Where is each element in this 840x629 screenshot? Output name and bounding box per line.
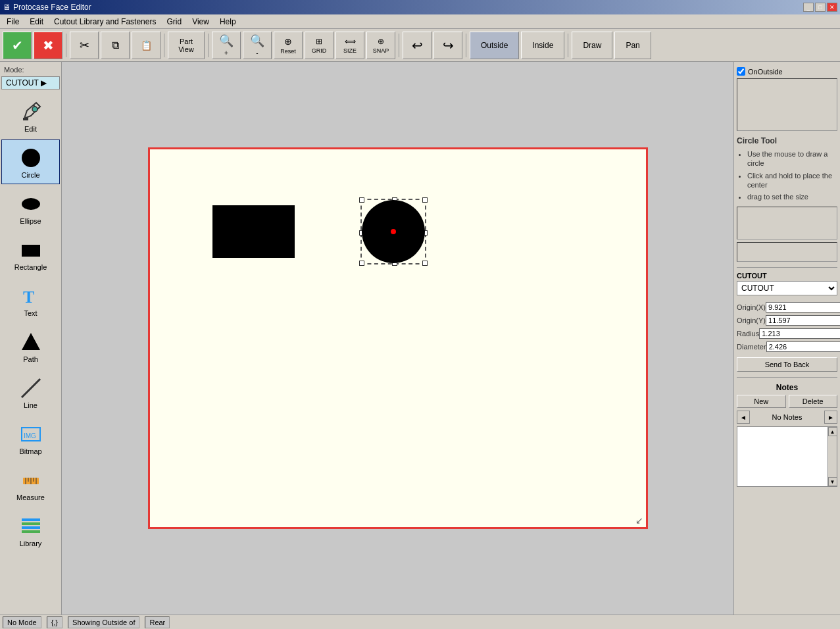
notes-title: Notes <box>737 383 837 392</box>
paste-button[interactable]: 📋 <box>132 32 161 59</box>
minimize-button[interactable]: _ <box>803 3 814 12</box>
diameter-input[interactable] <box>766 341 840 352</box>
grid-button[interactable]: ⊞ GRID <box>305 32 334 59</box>
tool-measure[interactable]: Measure <box>1 462 60 507</box>
app-title: 🖥 Protocase Face Editor <box>3 3 91 12</box>
svg-text:IMG: IMG <box>24 432 36 440</box>
notes-navigation: ◄ No Notes ► <box>737 411 837 424</box>
outside-button[interactable]: Outside <box>470 32 519 59</box>
notes-next-button[interactable]: ► <box>824 411 837 424</box>
tool-rectangle[interactable]: Rectangle <box>1 232 60 276</box>
scroll-up-button[interactable]: ▲ <box>828 427 837 436</box>
text-icon: T <box>18 283 44 309</box>
handle-top-right[interactable] <box>422 197 428 203</box>
notes-textarea[interactable] <box>737 427 828 485</box>
mode-selector[interactable]: CUTOUT ▶ <box>1 76 60 89</box>
svg-text:T: T <box>23 288 34 307</box>
tool-text-label: Text <box>24 309 37 317</box>
right-panel: OnOutside Circle Tool Use the mouse to d… <box>733 62 840 615</box>
part-view-button[interactable]: PartView <box>168 32 205 59</box>
cancel-button[interactable]: ✖ <box>34 32 62 59</box>
edit-icon <box>18 99 44 125</box>
close-button[interactable]: ✕ <box>827 3 837 12</box>
menu-cutout-library[interactable]: Cutout Library and Fasteners <box>49 16 161 28</box>
menu-file[interactable]: File <box>1 16 24 28</box>
scroll-down-button[interactable]: ▼ <box>828 477 837 486</box>
zoom-in-button[interactable]: 🔍 + <box>212 32 241 59</box>
scissors-icon: ✂ <box>80 38 89 53</box>
tool-text[interactable]: T Text <box>1 278 60 322</box>
draw-button[interactable]: Draw <box>572 32 612 59</box>
on-outside-checkbox[interactable] <box>737 67 745 76</box>
tool-circle[interactable]: Circle <box>1 139 60 184</box>
svg-point-5 <box>22 198 40 210</box>
toolbar-separator-5 <box>466 34 466 57</box>
tool-bitmap[interactable]: IMG Bitmap <box>1 416 60 461</box>
pan-button[interactable]: Pan <box>614 32 651 59</box>
undo-icon: ↩ <box>412 38 423 53</box>
tool-ellipse[interactable]: Ellipse <box>1 186 60 230</box>
radius-input[interactable] <box>759 328 840 339</box>
status-comma: {,} <box>47 616 62 628</box>
tip-1: Use the mouse to draw a circle <box>747 149 837 168</box>
handle-bottom-right[interactable] <box>422 261 428 266</box>
notes-new-button[interactable]: New <box>737 395 786 408</box>
diameter-label: Diameter <box>737 343 766 351</box>
size-button[interactable]: ⟺ SIZE <box>335 32 364 59</box>
left-toolbar: Mode: CUTOUT ▶ Edit Circle <box>0 62 62 615</box>
toolbar-separator-1 <box>66 34 66 57</box>
confirm-button[interactable]: ✔ <box>3 32 32 59</box>
copy-button[interactable]: ⧉ <box>101 32 130 59</box>
tool-library[interactable]: Library <box>1 508 60 553</box>
shape-circle <box>362 200 425 263</box>
canvas-area[interactable]: ↙ <box>62 62 733 615</box>
cursor-indicator: ↙ <box>635 515 643 526</box>
drawing-canvas[interactable]: ↙ <box>148 147 648 529</box>
preview-area-1 <box>737 78 837 131</box>
notes-count-label: No Notes <box>751 413 823 421</box>
zoom-out-icon: 🔍 <box>250 34 264 48</box>
toolbar-separator-4 <box>399 34 399 57</box>
toolbar-separator-2 <box>164 34 164 57</box>
cut-button[interactable]: ✂ <box>70 32 99 59</box>
tool-path[interactable]: Path <box>1 324 60 368</box>
menu-edit[interactable]: Edit <box>24 16 49 28</box>
zoom-in-icon: 🔍 <box>219 34 234 48</box>
maximize-button[interactable]: □ <box>815 3 826 12</box>
origin-y-input[interactable] <box>766 315 840 326</box>
tool-ellipse-label: Ellipse <box>20 217 41 225</box>
tip-2: Click and hold to place the center <box>747 171 837 190</box>
menu-view[interactable]: View <box>187 16 214 28</box>
redo-button[interactable]: ↪ <box>433 32 462 59</box>
undo-button[interactable]: ↩ <box>403 32 432 59</box>
preview-area-2 <box>737 207 837 239</box>
snap-button[interactable]: ⊕ SNAP <box>366 32 395 59</box>
origin-y-label: Origin(Y) <box>737 316 766 324</box>
tool-edit[interactable]: Edit <box>1 93 60 138</box>
origin-x-input[interactable] <box>766 302 840 313</box>
send-to-back-button[interactable]: Send To Back <box>737 357 837 372</box>
x-icon: ✖ <box>43 38 54 53</box>
mode-label: Mode: <box>1 64 60 75</box>
notes-delete-button[interactable]: Delete <box>789 395 838 408</box>
divider-2 <box>737 377 837 378</box>
notes-scrollbar: ▲ ▼ <box>828 427 837 486</box>
reset-button[interactable]: ⊕ Reset <box>274 32 303 59</box>
tool-line[interactable]: Line <box>1 370 60 415</box>
inside-button[interactable]: Inside <box>521 32 564 59</box>
on-outside-section: OnOutside <box>737 64 837 78</box>
tool-line-label: Line <box>24 401 37 409</box>
handle-bottom-left[interactable] <box>359 261 364 266</box>
origin-x-row: Origin(X) <box>737 302 837 313</box>
title-text: Protocase Face Editor <box>13 3 91 12</box>
cutout-type-dropdown[interactable]: CUTOUT ENGRAVING DECORATION <box>737 281 837 295</box>
zoom-out-button[interactable]: 🔍 - <box>243 32 272 59</box>
toolbar-separator-6 <box>568 34 568 57</box>
svg-point-4 <box>22 149 40 167</box>
svg-point-3 <box>32 107 37 112</box>
notes-section: Notes New Delete ◄ No Notes ► ▲ ▼ <box>737 380 837 490</box>
notes-prev-button[interactable]: ◄ <box>737 411 750 424</box>
menu-grid[interactable]: Grid <box>161 16 187 28</box>
menu-help[interactable]: Help <box>214 16 241 28</box>
handle-top-left[interactable] <box>359 197 364 203</box>
